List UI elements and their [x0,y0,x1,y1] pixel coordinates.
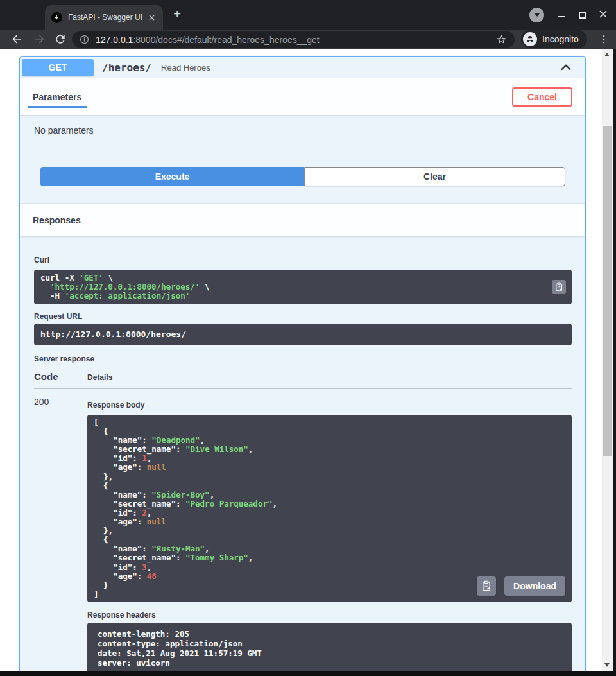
page-scrollbar[interactable] [602,49,613,671]
response-body-json: [ { "name": "Deadpond", "secret_name": "… [94,418,565,599]
page-info-icon[interactable] [80,35,89,44]
reload-icon[interactable] [54,33,67,46]
responses-header: Responses [20,203,585,236]
browser-toolbar: 127.0.0.1:8000/docs#/default/read_heroes… [0,30,616,49]
request-url-block: http://127.0.0.1:8000/heroes/ [34,324,572,345]
copy-response-button[interactable] [477,576,496,596]
responses-body: Curl curl -X 'GET' \ 'http://127.0.0.1:8… [20,256,585,671]
parameters-header: Parameters Cancel [20,78,585,115]
tab-close-icon[interactable] [146,12,157,22]
active-tab-underline [28,106,87,108]
curl-command-text: curl -X 'GET' \ 'http://127.0.0.1:8000/h… [40,273,565,300]
address-bar[interactable]: 127.0.0.1:8000/docs#/default/read_heroes… [72,31,515,48]
method-badge: GET [22,59,94,76]
details-column-header: Details [87,371,112,382]
chevron-down-icon [535,13,540,17]
browser-tab[interactable]: FastAPI - Swagger UI [45,5,163,30]
tab-title: FastAPI - Swagger UI [68,13,144,22]
parameters-title: Parameters [33,92,81,102]
response-table-header: Code Details [34,371,572,389]
endpoint-summary: Read Heroes [161,63,210,73]
browser-menu-icon[interactable]: ⋮ [598,32,610,46]
forward-icon[interactable] [33,33,46,46]
clear-button[interactable]: Clear [304,167,565,186]
fastapi-favicon-icon [51,12,62,23]
server-response-label: Server response [34,354,572,363]
incognito-label: Incognito [542,34,579,44]
endpoint-path: /heroes/ [102,62,151,74]
status-code: 200 [34,397,87,671]
incognito-badge: Incognito [521,30,587,48]
download-button[interactable]: Download [504,576,565,596]
opblock-summary[interactable]: GET /heroes/ Read Heroes [20,57,585,78]
window-controls [529,6,607,23]
scrollbar-thumb[interactable] [603,126,612,456]
response-details: Response body [ { "name": "Deadpond", "s… [87,397,572,671]
close-window-button[interactable] [599,9,607,21]
no-parameters-text: No parameters [20,115,585,135]
execute-button[interactable]: Execute [40,167,304,186]
bookmark-star-icon[interactable] [496,34,507,45]
window-bottom-edge [0,671,616,676]
incognito-icon [523,32,537,46]
response-row: 200 Response body [ { "name": "Deadpond"… [34,397,572,671]
url-path: :8000/docs#/default/read_heroes_heroes__… [133,35,319,45]
collapse-chevron-icon[interactable] [560,61,572,74]
request-url-text: http://127.0.0.1:8000/heroes/ [40,329,186,339]
request-url-label: Request URL [34,312,572,321]
execute-button-group: Execute Clear [40,167,565,186]
minimize-button[interactable] [558,16,565,17]
url-text: 127.0.0.1:8000/docs#/default/read_heroes… [96,35,496,45]
copy-curl-button[interactable] [552,280,566,294]
cancel-button[interactable]: Cancel [512,87,572,107]
tab-search-button[interactable] [529,8,544,22]
response-body-actions: Download [477,576,565,596]
back-icon[interactable] [10,33,23,46]
new-tab-button[interactable]: + [169,7,185,22]
url-host: 127.0.0.1 [96,35,133,45]
tab-strip: FastAPI - Swagger UI + [0,0,616,30]
response-headers-label: Response headers [87,611,572,620]
browser-window: FastAPI - Swagger UI + 127.0.0.1:8000/do… [0,0,616,676]
scroll-down-arrow-icon[interactable] [604,663,610,667]
opblock-get-heroes: GET /heroes/ Read Heroes Parameters Canc… [19,56,586,671]
scroll-up-arrow-icon[interactable] [604,53,610,56]
curl-label: Curl [34,256,572,264]
response-body-label: Response body [87,401,572,410]
clipboard-icon [482,580,492,591]
window-right-edge [613,49,616,676]
clipboard-icon [555,282,563,291]
maximize-button[interactable] [579,12,586,19]
responses-title: Responses [33,215,81,225]
code-column-header: Code [34,371,87,382]
response-headers-text: content-length: 205content-type: applica… [98,629,561,668]
response-headers-block: content-length: 205content-type: applica… [87,623,572,671]
curl-command-block: curl -X 'GET' \ 'http://127.0.0.1:8000/h… [34,270,572,304]
swagger-page: GET /heroes/ Read Heroes Parameters Canc… [0,49,602,671]
response-body-block: [ { "name": "Deadpond", "secret_name": "… [87,415,572,602]
